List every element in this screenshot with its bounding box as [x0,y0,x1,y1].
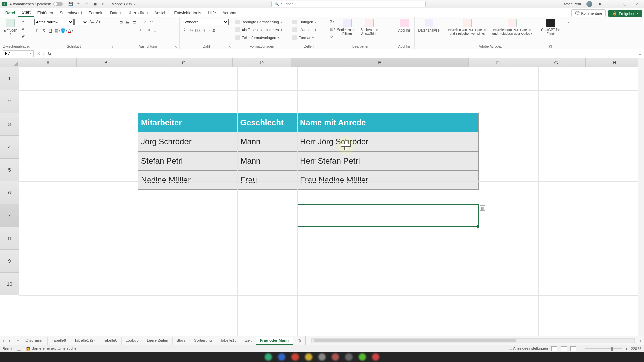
vertical-scrollbar[interactable] [638,58,644,336]
diamond-icon[interactable]: ◆ [597,1,602,7]
tab-ansicht[interactable]: Ansicht [151,9,171,17]
avatar[interactable] [586,1,592,7]
taskbar-icon[interactable] [265,353,272,361]
page-break-view-icon[interactable] [570,346,576,351]
zoom-in-icon[interactable]: + [625,347,627,351]
undo-icon[interactable]: ↶ [76,1,82,7]
delete-cells-button[interactable]: Löschen▾ [292,26,316,33]
tab-entwicklertools[interactable]: Entwicklertools [171,9,205,17]
number-format-select[interactable]: Standard [182,19,229,25]
column-header-F[interactable]: F [469,58,527,67]
tab-nav-more-icon[interactable]: ⋯ [13,338,21,343]
autosum-icon[interactable]: Σ▾ [329,19,335,25]
cell-d4[interactable]: Mann [237,132,297,151]
sheet-tab[interactable]: Diagramm [21,337,48,345]
orientation-icon[interactable]: ⤢ [142,19,148,25]
row-header-1[interactable]: 1 [0,67,19,90]
share-button[interactable]: 🔓 Freigeben ▾ [608,10,642,17]
currency-icon[interactable]: ₿ [182,27,188,34]
sheet-tab[interactable]: Tabelle13 [216,337,241,345]
save-icon[interactable]: 💾 [68,1,73,7]
sheet-tab[interactable]: Tabelle6 [48,337,70,345]
row-header-2[interactable]: 2 [0,90,19,113]
active-cell[interactable] [297,204,479,227]
close-button[interactable]: ✕ [633,2,642,6]
pdf-share-outlook-button[interactable]: Erstellen von PDF-Dateien und Freigeben … [490,19,534,36]
font-color-icon[interactable]: A▾ [68,27,74,34]
redo-icon[interactable]: ↷ [84,1,90,7]
row-header-3[interactable]: 3 [0,113,19,136]
normal-view-icon[interactable] [551,346,557,351]
column-header-C[interactable]: C [135,58,233,67]
tab-start[interactable]: Start [18,8,34,17]
camera-icon[interactable]: ▣ [92,1,98,7]
copy-icon[interactable]: ⧉ [20,26,26,32]
cell-c6[interactable]: Nadine Müller [138,170,237,189]
accept-formula-icon[interactable]: ✓ [42,51,46,56]
sheet-tab[interactable]: Sortierung [190,337,216,345]
column-header-H[interactable]: H [586,58,644,67]
tab-daten[interactable]: Daten [107,9,124,17]
taskbar-icon[interactable] [305,353,312,361]
align-left-icon[interactable]: ≡ [118,27,124,33]
autofill-options-icon[interactable]: ▦ [480,205,485,211]
sheet-tab[interactable]: Stars [173,337,190,345]
font-size-select[interactable]: 11 [74,19,88,25]
cell-e4[interactable]: Herr Jörg Schröder [297,132,478,151]
row-header-7[interactable]: 7 [0,204,19,227]
status-accessibility[interactable]: 🙍 Barrierefreiheit: Untersuchen [26,346,79,351]
qat-more-icon[interactable]: ▾ [100,1,106,7]
collapse-ribbon-icon[interactable]: ⌄ [564,17,572,49]
sort-filter-button[interactable]: Sortieren und Filtern [337,19,358,36]
align-center-icon[interactable]: ≡ [125,27,131,33]
horizontal-scrollbar[interactable] [311,338,635,343]
wrap-text-icon[interactable]: ↩ [148,19,154,25]
tab-hilfe[interactable]: Hilfe [205,9,219,17]
cell-c4[interactable]: Jörg Schröder [138,132,237,151]
formula-input[interactable] [55,50,636,57]
cell-c5[interactable]: Stefan Petri [138,151,237,170]
row-header-4[interactable]: 4 [0,136,19,159]
cell-d6[interactable]: Frau [237,170,297,189]
conditional-formatting-button[interactable]: Bedingte Formatierung▾ [235,19,282,25]
sheet-tab[interactable]: Tabelle1 (2) [70,337,99,345]
tab-uberprufen[interactable]: Überprüfen [124,9,151,17]
filename-label[interactable]: Mappe3.xlsx▾ [112,2,136,6]
cancel-formula-icon[interactable]: ✕ [37,51,40,56]
taskbar-icon[interactable] [359,353,366,361]
find-select-button[interactable]: Suchen und Auswählen [359,19,380,36]
zoom-out-icon[interactable]: − [580,347,582,351]
row-header-5[interactable]: 5 [0,159,19,181]
fill-icon[interactable]: ▥▾ [329,26,335,32]
minimize-button[interactable]: — [607,2,616,6]
tab-nav-next-icon[interactable]: ▸ [7,338,13,343]
name-box[interactable]: E7▾ [3,50,34,57]
align-bottom-icon[interactable]: ⬒ [131,19,138,25]
autosave-toggle[interactable] [53,2,63,6]
decrease-font-icon[interactable]: A▾ [95,19,101,25]
italic-icon[interactable]: K [41,27,47,34]
decrease-indent-icon[interactable]: ⇤ [138,27,144,33]
increase-decimal-icon[interactable]: .0→ [202,27,208,34]
decrease-decimal-icon[interactable]: ←.0 [209,27,215,34]
cell-styles-button[interactable]: Zellenformatvorlagen▾ [235,34,282,41]
column-header-A[interactable]: A [19,58,77,67]
expand-formula-bar-icon[interactable]: ⌄ [636,51,644,56]
taskbar-icon[interactable] [345,353,353,361]
cut-icon[interactable]: ✂ [20,19,26,25]
page-layout-view-icon[interactable] [561,346,567,351]
sheet-tab[interactable]: Lookup [122,337,143,345]
fx-icon[interactable]: fx [48,51,51,56]
cell-e6[interactable]: Frau Nadine Müller [297,170,478,189]
maximize-button[interactable]: ▢ [620,2,629,6]
select-all-cell[interactable] [0,58,19,67]
column-header-G[interactable]: G [527,58,586,67]
macro-record-icon[interactable] [17,347,21,351]
pdf-share-link-button[interactable]: Erstellen von PDF-Dateien und Freigeben … [445,19,489,36]
sheet-tab[interactable]: Frau oder Mann [256,337,293,345]
font-name-select[interactable]: Aptos Narrow [34,19,74,25]
borders-icon[interactable]: ▦▾ [54,27,60,34]
paste-button[interactable]: Einfügen▾ [2,19,19,35]
format-cells-button[interactable]: Format▾ [292,34,316,41]
format-painter-icon[interactable]: 🖌 [20,33,26,39]
